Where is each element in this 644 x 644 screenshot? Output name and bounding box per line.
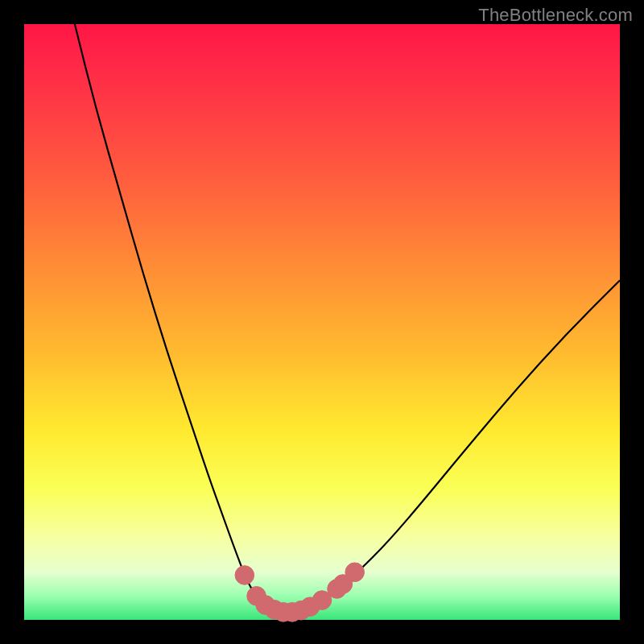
chart-svg	[24, 24, 620, 620]
data-marker	[345, 563, 365, 582]
data-marker	[235, 566, 254, 585]
watermark-text: TheBottleneck.com	[478, 5, 633, 26]
chart-frame: TheBottleneck.com	[0, 0, 644, 644]
data-markers	[235, 563, 365, 621]
plot-area	[24, 24, 620, 620]
bottleneck-curve	[75, 24, 620, 613]
